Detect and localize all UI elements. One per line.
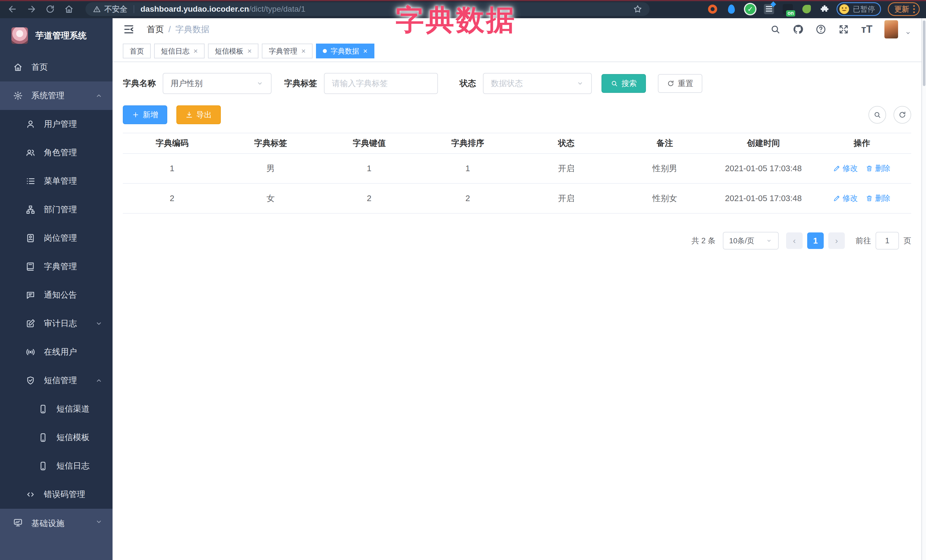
caret-up-icon: [95, 377, 103, 385]
sidebar-fold-icon[interactable]: [123, 23, 135, 35]
sidebar-item-role[interactable]: 角色管理: [0, 139, 112, 167]
emoji-avatar: [839, 4, 849, 14]
extensions-puzzle-icon[interactable]: [819, 4, 830, 14]
github-icon[interactable]: [793, 24, 803, 35]
sidebar-item-system[interactable]: 系统管理: [0, 82, 112, 110]
export-button[interactable]: 导出: [176, 106, 221, 124]
reset-button[interactable]: 重置: [658, 74, 702, 93]
sidebar-item-errcode[interactable]: 错误码管理: [0, 480, 112, 509]
goto-page-input[interactable]: 1: [876, 232, 899, 249]
sidebar-item-online-user[interactable]: 在线用户: [0, 338, 112, 366]
sidebar-item-sms-channel[interactable]: 短信渠道: [0, 395, 112, 423]
current-page[interactable]: 1: [807, 232, 824, 249]
table-row: 1男11开启性别男2021-01-05 17:03:48修改删除: [123, 154, 911, 183]
extension-icon-leaf[interactable]: [800, 3, 813, 15]
tab-短信日志[interactable]: 短信日志×: [154, 44, 204, 58]
caret-down-icon: [95, 518, 103, 526]
fullscreen-icon[interactable]: [838, 24, 849, 35]
back-button[interactable]: [6, 3, 19, 15]
next-page-button[interactable]: ›: [828, 232, 845, 249]
user-avatar[interactable]: [884, 20, 898, 38]
chevron-down-icon: [576, 80, 584, 87]
sidebar-item-menu[interactable]: 菜单管理: [0, 167, 112, 195]
sidebar-item-notice[interactable]: 通知公告: [0, 281, 112, 309]
refresh-table-button[interactable]: [894, 106, 911, 124]
page-size-select[interactable]: 10条/页: [723, 232, 779, 249]
sidebar-item-label: 菜单管理: [44, 175, 77, 187]
close-icon[interactable]: ×: [194, 47, 198, 55]
tab-label: 短信模板: [215, 47, 243, 56]
shield-icon: [26, 376, 35, 385]
cell-sort: 1: [419, 154, 517, 183]
forward-button[interactable]: [25, 3, 38, 15]
page-scrollbar[interactable]: [921, 18, 926, 560]
cell-actions: 修改删除: [813, 183, 911, 213]
cell-status: 开启: [517, 154, 616, 183]
goto-label: 前往: [856, 235, 871, 246]
breadcrumb-home[interactable]: 首页: [147, 24, 164, 35]
recorder-paused-badge[interactable]: 已暂停: [837, 2, 881, 16]
dict-label-input[interactable]: 请输入字典标签: [324, 73, 438, 94]
close-icon[interactable]: ×: [247, 47, 251, 55]
tab-label: 短信日志: [161, 47, 189, 56]
sidebar-item-sms-log[interactable]: 短信日志: [0, 452, 112, 480]
sidebar-item-sms-template[interactable]: 短信模板: [0, 423, 112, 452]
dict-label-label: 字典标签: [284, 78, 317, 89]
sidebar-logo-row[interactable]: 芋道管理系统: [0, 18, 112, 53]
address-bar[interactable]: 不安全 dashboard.yudao.iocoder.cn /dict/typ…: [85, 2, 650, 16]
help-icon[interactable]: [816, 24, 826, 35]
users-icon: [26, 148, 35, 157]
bookmark-star-icon[interactable]: [633, 5, 642, 14]
sidebar-item-home[interactable]: 首页: [0, 53, 112, 82]
close-icon[interactable]: ×: [363, 47, 368, 55]
sidebar-item-post[interactable]: 岗位管理: [0, 224, 112, 252]
tab-短信模板[interactable]: 短信模板×: [208, 44, 259, 58]
browser-menu-icon[interactable]: [913, 5, 915, 13]
scrollbar-thumb[interactable]: [923, 21, 925, 86]
extension-icon-orange[interactable]: [707, 3, 719, 15]
delete-link[interactable]: 删除: [866, 163, 890, 174]
page-content: 字典名称 用户性别 字典标签 请输入字典标签 状态 数据状态 搜索 重置: [112, 73, 921, 249]
edit-link[interactable]: 修改: [834, 193, 858, 203]
sidebar-item-dict[interactable]: 字典管理: [0, 252, 112, 281]
extension-icon-bars[interactable]: [763, 3, 775, 15]
delete-link[interactable]: 删除: [866, 193, 890, 203]
status-select[interactable]: 数据状态: [483, 73, 592, 94]
avatar-caret-icon[interactable]: [905, 30, 911, 36]
update-button[interactable]: 更新: [888, 2, 920, 16]
toggle-search-button[interactable]: [869, 106, 886, 124]
extension-icon-on[interactable]: on: [782, 3, 794, 15]
monitor-icon: [13, 518, 23, 528]
sidebar-item-audit-log[interactable]: 审计日志: [0, 309, 112, 338]
home-button[interactable]: [63, 3, 75, 15]
tab-字典数据[interactable]: 字典数据×: [316, 44, 374, 58]
font-size-icon[interactable]: ᴛT: [861, 23, 872, 35]
reload-button[interactable]: [44, 3, 56, 15]
sidebar-item-user[interactable]: 用户管理: [0, 110, 112, 139]
tab-首页[interactable]: 首页: [123, 44, 151, 58]
tab-字典管理[interactable]: 字典管理×: [262, 44, 312, 58]
prev-page-button[interactable]: ‹: [786, 232, 803, 249]
sidebar-item-sms[interactable]: 短信管理: [0, 366, 112, 395]
phone-icon: [38, 404, 48, 414]
cell-code: 2: [123, 183, 221, 213]
search-button[interactable]: 搜索: [601, 74, 646, 93]
status-label: 状态: [460, 78, 476, 89]
add-button[interactable]: 新增: [123, 106, 167, 124]
sidebar-item-infra[interactable]: 基础设施: [0, 509, 112, 560]
column-header: 字典排序: [419, 133, 517, 154]
extension-icon-check[interactable]: ✓: [744, 3, 756, 15]
dict-name-select[interactable]: 用户性别: [163, 73, 272, 94]
sidebar-item-label: 错误码管理: [44, 489, 85, 500]
edit-link[interactable]: 修改: [834, 163, 858, 174]
column-header: 状态: [517, 133, 616, 154]
sidebar-item-dept[interactable]: 部门管理: [0, 195, 112, 224]
header-search-icon[interactable]: [770, 24, 781, 35]
sidebar-item-label: 在线用户: [44, 346, 77, 358]
paused-label: 已暂停: [853, 4, 875, 14]
sidebar-item-label: 系统管理: [31, 90, 64, 101]
phone-icon: [38, 461, 48, 471]
extension-icon-drop[interactable]: [725, 3, 737, 15]
sidebar-item-label: 首页: [31, 62, 48, 73]
close-icon[interactable]: ×: [301, 47, 306, 55]
